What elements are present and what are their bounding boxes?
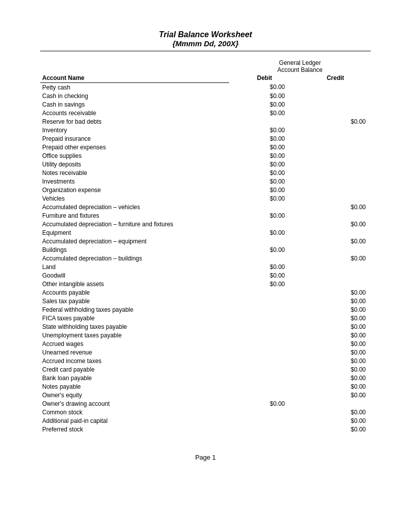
account-name-cell: Common stock bbox=[40, 408, 229, 416]
account-name-cell: Unemployment taxes payable bbox=[40, 331, 229, 339]
account-name-cell: Sales tax payable bbox=[40, 297, 229, 305]
account-name-cell: Federal withholding taxes payable bbox=[40, 305, 229, 314]
table-row: Owner's equity$0.00 bbox=[40, 391, 371, 399]
table-row: Cash in savings$0.00 bbox=[40, 100, 371, 109]
credit-cell: $0.00 bbox=[300, 297, 371, 305]
table-row: Accrued income taxes$0.00 bbox=[40, 357, 371, 365]
table-row: Vehicles$0.00 bbox=[40, 194, 371, 203]
table-row: Bank loan payable$0.00 bbox=[40, 374, 371, 382]
credit-cell: $0.00 bbox=[300, 339, 371, 348]
column-headers-row: Account Name Debit Credit bbox=[40, 73, 371, 83]
account-name-cell: Reserve for bad debts bbox=[40, 117, 229, 126]
debit-cell bbox=[229, 408, 300, 416]
credit-cell bbox=[300, 109, 371, 117]
debit-cell bbox=[229, 322, 300, 331]
account-name-cell: Unearned revenue bbox=[40, 348, 229, 357]
table-row: Accumulated depreciation – vehicles$0.00 bbox=[40, 203, 371, 211]
account-name-cell: Equipment bbox=[40, 228, 229, 237]
debit-cell bbox=[229, 416, 300, 425]
account-name-cell: Land bbox=[40, 262, 229, 271]
table-row: Petty cash$0.00 bbox=[40, 83, 371, 92]
credit-header: Credit bbox=[300, 73, 371, 83]
account-name-cell: Accrued income taxes bbox=[40, 357, 229, 365]
credit-cell: $0.00 bbox=[300, 365, 371, 374]
credit-cell bbox=[300, 100, 371, 109]
debit-cell bbox=[229, 237, 300, 245]
account-name-cell: Vehicles bbox=[40, 194, 229, 203]
account-name-cell: Office supplies bbox=[40, 151, 229, 160]
debit-cell: $0.00 bbox=[229, 262, 300, 271]
account-name-cell: Prepaid other expenses bbox=[40, 143, 229, 151]
credit-cell bbox=[300, 151, 371, 160]
debit-cell: $0.00 bbox=[229, 228, 300, 237]
credit-cell: $0.00 bbox=[300, 117, 371, 126]
debit-cell: $0.00 bbox=[229, 126, 300, 134]
table-row: Notes payable$0.00 bbox=[40, 382, 371, 391]
debit-cell: $0.00 bbox=[229, 143, 300, 151]
account-name-cell: Investments bbox=[40, 177, 229, 186]
credit-cell bbox=[300, 262, 371, 271]
account-name-cell: Additional paid-in capital bbox=[40, 416, 229, 425]
debit-cell: $0.00 bbox=[229, 211, 300, 220]
debit-cell: $0.00 bbox=[229, 160, 300, 168]
table-row: Investments$0.00 bbox=[40, 177, 371, 186]
debit-cell: $0.00 bbox=[229, 194, 300, 203]
table-row: Buildings$0.00 bbox=[40, 245, 371, 254]
credit-cell bbox=[300, 143, 371, 151]
credit-cell bbox=[300, 399, 371, 408]
table-row: Preferred stock$0.00 bbox=[40, 425, 371, 433]
column-header-gl-row: General Ledger Account Balance bbox=[40, 58, 371, 73]
debit-cell bbox=[229, 220, 300, 228]
credit-cell bbox=[300, 134, 371, 143]
table-row: Accounts receivable$0.00 bbox=[40, 109, 371, 117]
account-name-cell: Accounts payable bbox=[40, 288, 229, 297]
account-name-cell: FICA taxes payable bbox=[40, 314, 229, 322]
title-divider bbox=[40, 51, 371, 51]
account-name-spacer bbox=[40, 58, 229, 73]
credit-cell: $0.00 bbox=[300, 425, 371, 433]
debit-cell: $0.00 bbox=[229, 134, 300, 143]
debit-cell bbox=[229, 254, 300, 262]
table-row: Accumulated depreciation – equipment$0.0… bbox=[40, 237, 371, 245]
title-main: Trial Balance Worksheet bbox=[40, 30, 371, 39]
credit-cell bbox=[300, 245, 371, 254]
debit-header: Debit bbox=[229, 73, 300, 83]
table-row: Land$0.00 bbox=[40, 262, 371, 271]
debit-cell bbox=[229, 391, 300, 399]
table-row: Unemployment taxes payable$0.00 bbox=[40, 331, 371, 339]
trial-balance-table: General Ledger Account Balance Account N… bbox=[40, 58, 371, 433]
account-name-cell: Furniture and fixtures bbox=[40, 211, 229, 220]
credit-cell bbox=[300, 83, 371, 92]
table-row: Accounts payable$0.00 bbox=[40, 288, 371, 297]
debit-cell bbox=[229, 365, 300, 374]
credit-cell: $0.00 bbox=[300, 382, 371, 391]
debit-cell bbox=[229, 288, 300, 297]
account-name-cell: Bank loan payable bbox=[40, 374, 229, 382]
table-row: Office supplies$0.00 bbox=[40, 151, 371, 160]
account-name-cell: Accrued wages bbox=[40, 339, 229, 348]
credit-cell bbox=[300, 92, 371, 100]
credit-cell: $0.00 bbox=[300, 357, 371, 365]
table-row: Reserve for bad debts$0.00 bbox=[40, 117, 371, 126]
debit-cell bbox=[229, 314, 300, 322]
table-row: Prepaid insurance$0.00 bbox=[40, 134, 371, 143]
table-row: Federal withholding taxes payable$0.00 bbox=[40, 305, 371, 314]
debit-cell: $0.00 bbox=[229, 271, 300, 280]
credit-cell bbox=[300, 228, 371, 237]
debit-cell bbox=[229, 305, 300, 314]
credit-cell: $0.00 bbox=[300, 348, 371, 357]
debit-cell bbox=[229, 117, 300, 126]
credit-cell bbox=[300, 186, 371, 194]
account-name-cell: Credit card payable bbox=[40, 365, 229, 374]
table-row: Other intangible assets$0.00 bbox=[40, 280, 371, 288]
table-row: Additional paid-in capital$0.00 bbox=[40, 416, 371, 425]
debit-cell: $0.00 bbox=[229, 168, 300, 177]
debit-cell: $0.00 bbox=[229, 280, 300, 288]
credit-cell bbox=[300, 168, 371, 177]
account-name-cell: Notes payable bbox=[40, 382, 229, 391]
credit-cell: $0.00 bbox=[300, 331, 371, 339]
credit-cell: $0.00 bbox=[300, 408, 371, 416]
debit-cell bbox=[229, 297, 300, 305]
account-name-cell: Petty cash bbox=[40, 83, 229, 92]
table-row: Accrued wages$0.00 bbox=[40, 339, 371, 348]
